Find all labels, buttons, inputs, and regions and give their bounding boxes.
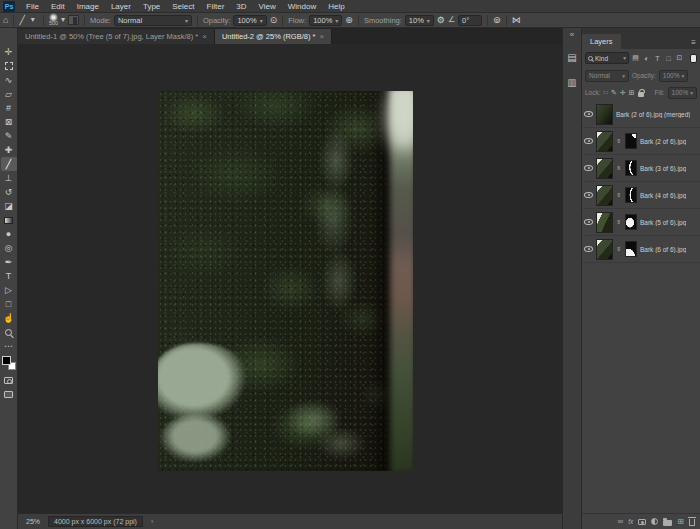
frame-tool-icon[interactable]: ⊠	[1, 115, 17, 129]
menu-edit[interactable]: Edit	[45, 0, 71, 13]
layer-mask-thumbnail[interactable]	[625, 241, 637, 257]
close-icon[interactable]: ×	[319, 32, 324, 41]
layer-thumbnail[interactable]	[596, 131, 613, 152]
color-panel-icon[interactable]: ▤	[564, 49, 580, 65]
menu-file[interactable]: File	[20, 0, 45, 13]
zoom-level[interactable]: 25%	[26, 518, 40, 525]
hand-tool-icon[interactable]: ☝	[1, 311, 17, 325]
layer-opacity-input[interactable]: 100% ▾	[659, 70, 688, 82]
layer-thumbnail[interactable]	[596, 158, 613, 179]
layer-visibility-eye-icon[interactable]	[584, 219, 593, 225]
dodge-tool-icon[interactable]: ◎	[1, 241, 17, 255]
smoothing-input[interactable]: 10% ▾	[405, 15, 434, 26]
tab-layers[interactable]: Layers	[582, 34, 621, 49]
layer-blend-mode-select[interactable]: Normal ▾	[585, 70, 629, 82]
layer-thumbnail[interactable]	[596, 185, 613, 206]
fill-input[interactable]: 100% ▾	[668, 87, 697, 99]
quick-mask-mode-icon[interactable]	[1, 373, 17, 387]
layer-name[interactable]: Bark (4 of 6).jpg	[640, 192, 686, 199]
layer-row[interactable]: ∞ Bark (4 of 6).jpg	[582, 182, 700, 209]
rectangular-marquee-tool-icon[interactable]	[1, 59, 17, 73]
document-image-tree-bark[interactable]	[158, 91, 413, 471]
toggle-brush-settings-icon[interactable]	[68, 15, 79, 25]
document-tab-untitled-2[interactable]: Untitled-2 @ 25% (RGB/8) * ×	[215, 29, 332, 44]
menu-image[interactable]: Image	[71, 0, 105, 13]
menu-3d[interactable]: 3D	[230, 0, 252, 13]
canvas-pasteboard[interactable]	[18, 44, 562, 513]
status-options-arrow-icon[interactable]: ›	[151, 518, 153, 525]
menu-select[interactable]: Select	[166, 0, 200, 13]
link-layers-icon[interactable]: ∞	[618, 518, 624, 526]
menu-filter[interactable]: Filter	[201, 0, 231, 13]
layer-visibility-eye-icon[interactable]	[584, 165, 593, 171]
mask-link-icon[interactable]: ∞	[616, 138, 622, 144]
screen-mode-icon[interactable]	[1, 387, 17, 401]
blend-mode-select[interactable]: Normal ▾	[114, 15, 192, 26]
filter-adjustment-layers-icon[interactable]: ◐	[642, 55, 651, 62]
gradient-tool-icon[interactable]	[1, 213, 17, 227]
edit-toolbar-icon[interactable]: ⋯	[1, 339, 17, 353]
type-tool-icon[interactable]: T	[1, 269, 17, 283]
brush-preset-picker[interactable]: 500	[49, 13, 58, 27]
clone-stamp-tool-icon[interactable]: ⊥	[1, 171, 17, 185]
zoom-tool-icon[interactable]	[1, 325, 17, 339]
airbrush-icon[interactable]: ⊛	[345, 16, 353, 25]
menu-layer[interactable]: Layer	[105, 0, 137, 13]
layer-row-merged[interactable]: Bark (2 of 6).jpg (merged)	[582, 101, 700, 128]
lock-transparent-pixels-icon[interactable]: ∷	[604, 89, 608, 97]
layer-style-fx-icon[interactable]: fx	[628, 518, 633, 525]
smoothing-gear-icon[interactable]: ⚙	[437, 16, 445, 25]
filter-kind-select[interactable]: Kind ▾	[585, 52, 629, 64]
tool-preset-arrow[interactable]: ▾	[28, 15, 38, 26]
eyedropper-tool-icon[interactable]: ✎	[1, 129, 17, 143]
path-selection-tool-icon[interactable]: ▷	[1, 283, 17, 297]
layer-filter-toggle[interactable]	[690, 54, 697, 63]
document-size-readout[interactable]: 4000 px x 6000 px (72 ppi)	[48, 516, 143, 527]
layer-thumbnail[interactable]	[596, 212, 613, 233]
symmetry-icon[interactable]: ⋈	[512, 16, 521, 25]
brush-picker-arrow[interactable]: ▾	[61, 16, 65, 24]
adjustment-layer-icon[interactable]	[651, 518, 658, 525]
layer-mask-thumbnail[interactable]	[625, 187, 637, 203]
layer-visibility-eye-icon[interactable]	[584, 192, 593, 198]
filter-type-layers-icon[interactable]: T	[653, 55, 662, 62]
layer-mask-thumbnail[interactable]	[625, 160, 637, 176]
layer-visibility-eye-icon[interactable]	[584, 246, 593, 252]
layer-visibility-eye-icon[interactable]	[584, 138, 593, 144]
lock-all-icon[interactable]	[638, 92, 644, 97]
brush-angle-input[interactable]: 0°	[458, 15, 482, 26]
layer-name[interactable]: Bark (5 of 6).jpg	[640, 219, 686, 226]
move-tool-icon[interactable]: ✛	[1, 45, 17, 59]
color-swatches[interactable]	[2, 356, 16, 370]
layer-thumbnail[interactable]	[596, 104, 613, 125]
foreground-color-swatch[interactable]	[2, 356, 11, 365]
pen-tool-icon[interactable]: ✒	[1, 255, 17, 269]
document-tab-untitled-1[interactable]: Untitled-1 @ 50% (Tree (5 of 7).jpg, Lay…	[18, 29, 215, 44]
pressure-size-icon[interactable]: ⊚	[493, 16, 501, 25]
new-layer-icon[interactable]: ⊞	[677, 518, 684, 526]
brush-tool-icon[interactable]: ╱	[1, 157, 17, 171]
layer-name[interactable]: Bark (6 of 6).jpg	[640, 246, 686, 253]
menu-type[interactable]: Type	[137, 0, 166, 13]
crop-tool-icon[interactable]: #	[1, 101, 17, 115]
layer-name[interactable]: Bark (2 of 6).jpg	[640, 138, 686, 145]
flow-input[interactable]: 100% ▾	[309, 15, 342, 26]
layer-name[interactable]: Bark (2 of 6).jpg (merged)	[616, 111, 690, 118]
opacity-input[interactable]: 100% ▾	[233, 15, 266, 26]
layer-row[interactable]: ∞ Bark (3 of 6).jpg	[582, 155, 700, 182]
object-selection-tool-icon[interactable]: ▱	[1, 87, 17, 101]
layer-row[interactable]: ∞ Bark (2 of 6).jpg	[582, 128, 700, 155]
layer-row[interactable]: ∞ Bark (5 of 6).jpg	[582, 209, 700, 236]
healing-brush-tool-icon[interactable]: ✚	[1, 143, 17, 157]
pressure-opacity-icon[interactable]: ⊙	[270, 16, 278, 25]
panel-menu-icon[interactable]: ≡	[691, 38, 700, 49]
mask-link-icon[interactable]: ∞	[616, 165, 622, 171]
close-icon[interactable]: ×	[202, 32, 207, 41]
brush-tool-preset-icon[interactable]: ╱	[19, 16, 24, 25]
delete-layer-icon[interactable]	[689, 519, 695, 526]
layer-row[interactable]: ∞ Bark (6 of 6).jpg	[582, 236, 700, 263]
filter-pixel-layers-icon[interactable]: ▤	[631, 54, 640, 62]
layer-mask-thumbnail[interactable]	[625, 133, 637, 149]
lock-image-pixels-icon[interactable]: ✎	[611, 89, 617, 97]
blur-tool-icon[interactable]: ●	[1, 227, 17, 241]
